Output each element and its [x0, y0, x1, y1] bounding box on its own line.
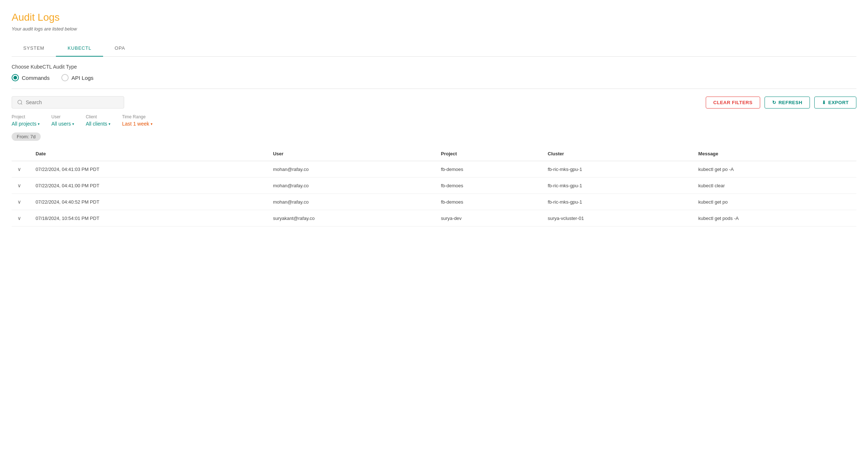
export-icon: ⬇	[822, 100, 826, 105]
tab-kubectl[interactable]: KUBECTL	[56, 40, 103, 57]
client-dropdown[interactable]: All clients ▾	[86, 121, 110, 127]
client-chevron-icon: ▾	[109, 122, 110, 126]
radio-commands[interactable]: Commands	[12, 74, 50, 81]
radio-commands-outer	[12, 74, 19, 81]
tabs-bar: SYSTEM KUBECTL OPA	[12, 40, 856, 57]
expand-cell[interactable]: ∨	[12, 210, 30, 226]
cell-user: mohan@rafay.co	[267, 161, 435, 177]
user-dropdown-group: User All users ▾	[51, 114, 74, 127]
audit-type-radio-group: Commands API Logs	[12, 74, 856, 81]
radio-api-logs[interactable]: API Logs	[61, 74, 94, 81]
user-label: User	[51, 114, 74, 119]
expand-cell[interactable]: ∨	[12, 177, 30, 194]
audit-type-heading: Choose KubeCTL Audit Type	[12, 64, 856, 70]
project-chevron-icon: ▾	[38, 122, 40, 126]
time-range-label: Time Range	[122, 114, 152, 119]
cell-cluster: fb-ric-mks-gpu-1	[542, 194, 693, 210]
project-value: All projects	[12, 121, 36, 127]
cell-message: kubectl get po	[693, 194, 856, 210]
export-button[interactable]: ⬇ EXPORT	[814, 97, 856, 109]
cell-user: mohan@rafay.co	[267, 194, 435, 210]
cell-date: 07/22/2024, 04:41:03 PM PDT	[30, 161, 267, 177]
page-title: Audit Logs	[12, 12, 856, 23]
clear-filters-button[interactable]: CLEAR FILTERS	[706, 97, 760, 109]
time-range-dropdown-group: Time Range Last 1 week ▾	[122, 114, 152, 127]
project-dropdown[interactable]: All projects ▾	[12, 121, 40, 127]
cell-user: mohan@rafay.co	[267, 177, 435, 194]
expand-icon[interactable]: ∨	[17, 166, 21, 172]
user-dropdown[interactable]: All users ▾	[51, 121, 74, 127]
tab-opa[interactable]: OPA	[103, 40, 137, 57]
cell-message: kubectl get pods -A	[693, 210, 856, 226]
expand-icon[interactable]: ∨	[17, 183, 21, 188]
refresh-icon: ↻	[772, 100, 777, 105]
table-row: ∨ 07/18/2024, 10:54:01 PM PDT suryakant@…	[12, 210, 856, 226]
filter-top-row: CLEAR FILTERS ↻ REFRESH ⬇ EXPORT	[12, 96, 856, 109]
col-message: Message	[693, 147, 856, 161]
cell-project: fb-demoes	[435, 194, 542, 210]
time-range-value: Last 1 week	[122, 121, 149, 127]
table-row: ∨ 07/22/2024, 04:40:52 PM PDT mohan@rafa…	[12, 194, 856, 210]
cell-project: fb-demoes	[435, 177, 542, 194]
cell-user: suryakant@rafay.co	[267, 210, 435, 226]
action-buttons: CLEAR FILTERS ↻ REFRESH ⬇ EXPORT	[706, 97, 856, 109]
table-row: ∨ 07/22/2024, 04:41:00 PM PDT mohan@rafa…	[12, 177, 856, 194]
expand-cell[interactable]: ∨	[12, 161, 30, 177]
table-row: ∨ 07/22/2024, 04:41:03 PM PDT mohan@rafa…	[12, 161, 856, 177]
col-expand	[12, 147, 30, 161]
radio-commands-label: Commands	[22, 75, 50, 81]
audit-type-section: Choose KubeCTL Audit Type Commands API L…	[12, 57, 856, 89]
expand-icon[interactable]: ∨	[17, 199, 21, 205]
refresh-label: REFRESH	[778, 100, 802, 105]
cell-date: 07/22/2024, 04:41:00 PM PDT	[30, 177, 267, 194]
page-subtitle: Your audit logs are listed below	[12, 26, 856, 32]
cell-date: 07/22/2024, 04:40:52 PM PDT	[30, 194, 267, 210]
expand-cell[interactable]: ∨	[12, 194, 30, 210]
search-box[interactable]	[12, 96, 124, 109]
user-chevron-icon: ▾	[72, 122, 74, 126]
user-value: All users	[51, 121, 71, 127]
client-label: Client	[86, 114, 110, 119]
refresh-button[interactable]: ↻ REFRESH	[765, 97, 810, 109]
search-input[interactable]	[26, 99, 119, 105]
cell-cluster: fb-ric-mks-gpu-1	[542, 161, 693, 177]
col-project: Project	[435, 147, 542, 161]
client-dropdown-group: Client All clients ▾	[86, 114, 110, 127]
cell-cluster: surya-vcluster-01	[542, 210, 693, 226]
cell-project: fb-demoes	[435, 161, 542, 177]
radio-api-logs-outer	[61, 74, 69, 81]
radio-commands-inner	[13, 76, 17, 79]
tab-system[interactable]: SYSTEM	[12, 40, 56, 57]
cell-message: kubectl get po -A	[693, 161, 856, 177]
cell-cluster: fb-ric-mks-gpu-1	[542, 177, 693, 194]
export-label: EXPORT	[828, 100, 849, 105]
time-range-chevron-icon: ▾	[151, 122, 152, 126]
svg-line-1	[21, 103, 22, 105]
col-user: User	[267, 147, 435, 161]
from-badge: From: 7d	[12, 132, 41, 141]
project-dropdown-group: Project All projects ▾	[12, 114, 40, 127]
svg-point-0	[18, 100, 22, 104]
logs-table: Date User Project Cluster Message ∨ 07/2…	[12, 147, 856, 226]
time-range-dropdown[interactable]: Last 1 week ▾	[122, 121, 152, 127]
expand-icon[interactable]: ∨	[17, 215, 21, 221]
filter-bar: CLEAR FILTERS ↻ REFRESH ⬇ EXPORT Project…	[12, 89, 856, 147]
col-date: Date	[30, 147, 267, 161]
cell-project: surya-dev	[435, 210, 542, 226]
radio-api-logs-label: API Logs	[72, 75, 94, 81]
search-icon	[17, 99, 23, 105]
cell-date: 07/18/2024, 10:54:01 PM PDT	[30, 210, 267, 226]
project-label: Project	[12, 114, 40, 119]
col-cluster: Cluster	[542, 147, 693, 161]
cell-message: kubectl clear	[693, 177, 856, 194]
client-value: All clients	[86, 121, 107, 127]
dropdowns-row: Project All projects ▾ User All users ▾ …	[12, 114, 856, 127]
